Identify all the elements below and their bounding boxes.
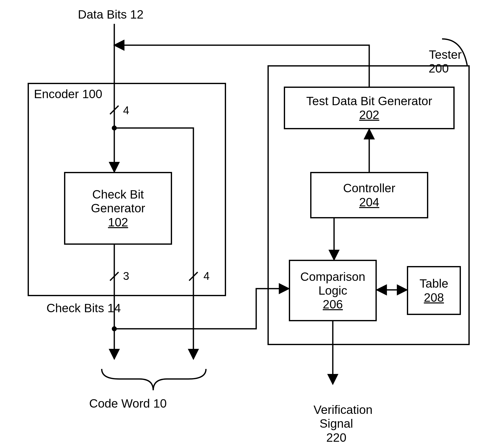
table-l1: Table [419,277,448,290]
comparison-num: 206 [323,297,343,311]
svg-point-6 [112,326,117,331]
comparison-l2: Logic [318,284,347,297]
test-data-gen-num: 202 [359,108,379,122]
verification-signal-label: Verification Signal 220 [300,389,372,448]
bus-width-check-out: 3 [123,270,129,283]
controller-l1: Controller [343,181,395,195]
check-bit-generator-l2: Generator [91,201,145,215]
encoder-title: Encoder 100 [34,87,102,101]
bus-width-passthru: 4 [203,270,209,283]
bus-width-in: 4 [123,104,129,117]
data-bits-label: Data Bits 12 [78,8,143,21]
test-data-gen-l1: Test Data Bit Generator [306,94,432,108]
controller-box: Controller 204 [310,172,428,218]
comparison-logic-box: Comparison Logic 206 [289,260,377,321]
table-num: 208 [424,291,444,304]
controller-num: 204 [359,195,379,209]
code-word-label: Code Word 10 [89,397,167,410]
check-bit-generator-box: Check Bit Generator 102 [64,172,172,245]
table-box: Table 208 [407,266,461,315]
tester-label: Tester200 [416,34,462,89]
comparison-l1: Comparison [300,270,365,284]
check-bit-generator-l1: Check Bit [92,187,144,201]
diagram-canvas: Encoder 100 Check Bit Generator 102 Test… [0,0,485,448]
check-bits-label: Check Bits 14 [46,301,121,315]
test-data-bit-generator-box: Test Data Bit Generator 202 [284,87,455,129]
check-bit-generator-num: 102 [108,215,128,229]
